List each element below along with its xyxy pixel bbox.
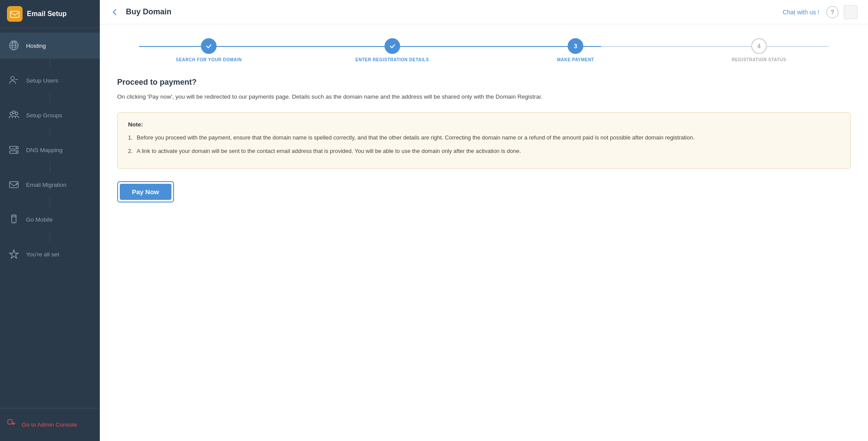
step-number-status: 4 [757,43,761,50]
help-icon: ? [831,9,834,16]
page-description: On clicking 'Pay now', you will be redir… [117,92,851,102]
stepper: SEARCH FOR YOUR DOMAIN ENTER REGISTRATIO… [117,38,851,62]
svg-rect-0 [10,11,19,17]
step-search: SEARCH FOR YOUR DOMAIN [117,38,301,62]
svg-rect-18 [12,215,16,217]
sidebar-item-label-hosting: Hosting [26,43,46,49]
go-mobile-icon [7,212,21,226]
note-list: Before you proceed with the payment, ens… [128,133,840,156]
sidebar-item-label-dns-mapping: DNS Mapping [26,147,62,153]
sidebar-item-setup-groups[interactable]: Setup Groups [0,102,100,128]
sidebar-item-label-youre-all-set: You're all set [26,251,59,258]
page-heading: Proceed to payment? [117,78,851,87]
go-to-admin-console-button[interactable]: Go to Admin Console [7,415,93,434]
svg-point-19 [13,222,14,222]
admin-console-icon [7,419,16,431]
sidebar-item-label-setup-groups: Setup Groups [26,112,62,119]
user-avatar[interactable] [844,5,858,19]
setup-users-icon [7,73,21,87]
step-label-registration: ENTER REGISTRATION DETAILS [355,57,429,62]
sidebar-footer: Go to Admin Console [0,408,100,441]
step-circle-payment: 3 [568,38,583,54]
setup-groups-icon [7,108,21,122]
pay-now-button-wrapper: Pay Now [117,181,174,202]
note-item-2: A link to activate your domain will be s… [128,146,840,156]
step-status: 4 REGISTRATION STATUS [667,38,851,62]
svg-point-15 [16,152,17,153]
note-title: Note: [128,121,840,128]
email-migration-icon [7,178,21,192]
sidebar-item-email-migration[interactable]: Email Migration [0,172,100,198]
sidebar-item-dns-mapping[interactable]: DNS Mapping [0,137,100,163]
step-payment: 3 MAKE PAYMENT [484,38,667,62]
step-label-status: REGISTRATION STATUS [732,57,786,62]
topbar: Buy Domain Chat with us ! ? [100,0,868,24]
step-label-search: SEARCH FOR YOUR DOMAIN [176,57,242,62]
step-label-payment: MAKE PAYMENT [557,57,594,62]
svg-point-14 [16,147,17,149]
help-button[interactable]: ? [826,6,838,18]
sidebar-item-label-email-migration: Email Migration [26,182,66,188]
back-button[interactable] [110,8,119,17]
app-logo [7,6,23,22]
sidebar-header: Email Setup [0,0,100,28]
sidebar-item-youre-all-set[interactable]: You're all set [0,241,100,267]
step-number-payment: 3 [574,43,577,50]
admin-console-label: Go to Admin Console [22,421,77,428]
sidebar-item-hosting[interactable]: Hosting [0,33,100,59]
youre-all-set-icon [7,247,21,261]
svg-point-7 [11,76,14,80]
pay-now-button[interactable]: Pay Now [120,184,171,200]
note-item-1: Before you proceed with the payment, ens… [128,133,840,142]
sidebar-item-label-setup-users: Setup Users [26,77,58,84]
chat-link[interactable]: Chat with us ! [783,9,819,16]
hosting-icon [7,39,21,53]
app-title: Email Setup [27,10,67,18]
step-registration: ENTER REGISTRATION DETAILS [301,38,484,62]
sidebar-nav: Hosting Setup Users [0,28,100,408]
page-title: Buy Domain [126,7,783,17]
dns-mapping-icon [7,143,21,157]
main-area: Buy Domain Chat with us ! ? SEARCH FOR Y… [100,0,868,441]
svg-point-9 [10,112,13,115]
step-circle-registration [385,38,400,54]
svg-point-10 [15,112,18,115]
sidebar-item-setup-users[interactable]: Setup Users [0,67,100,93]
svg-point-11 [13,111,15,113]
step-circle-search [201,38,217,54]
sidebar: Email Setup Hosting [0,0,100,441]
sidebar-item-go-mobile[interactable]: Go Mobile [0,206,100,232]
content-area: SEARCH FOR YOUR DOMAIN ENTER REGISTRATIO… [100,24,868,441]
note-box: Note: Before you proceed with the paymen… [117,112,851,169]
sidebar-item-label-go-mobile: Go Mobile [26,216,53,223]
step-circle-status: 4 [751,38,767,54]
